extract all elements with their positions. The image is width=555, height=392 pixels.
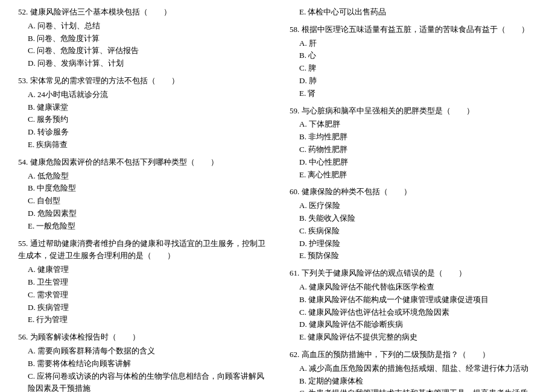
q52-option-d: D. 问卷、发病率计算、计划 (18, 57, 265, 70)
q59-option-b: B. 非均性肥胖 (290, 131, 537, 144)
q62-option-a: A. 减少高血压危险因素的措施包括戒烟、阻盐、经常进行体力活动 (290, 362, 537, 375)
q55-option-c: C. 需求管理 (18, 289, 265, 302)
question-62-title: 62. 高血压的预防措施中，下列的二级预防是指？（ ） (290, 349, 537, 361)
q54-option-d: D. 危险因素型 (18, 207, 265, 220)
q55-option-e: E. 行为管理 (18, 314, 265, 326)
q53-option-b: B. 健康课堂 (18, 101, 265, 114)
question-56-title: 56. 为顾客解读体检报告时（ ） (18, 331, 265, 344)
question-54: 54. 健康危险因素评价的结果不包括下列哪种类型（ ） A. 低危险型 B. 中… (18, 156, 265, 233)
q62-option-c: C. 为患者提供自我管理技术支持和基本管理工具，提高患者生活质量，延长寿命。 (290, 387, 537, 392)
q57-option-e: E. 体检中心可以出售药品 (290, 6, 537, 19)
q59-option-e: E. 离心性肥胖 (290, 169, 537, 182)
q54-option-c: C. 自创型 (18, 195, 265, 207)
q56-option-b: B. 需要将体检结论向顾客讲解 (18, 358, 265, 370)
question-61-title: 61. 下列关于健康风险评估的观点错误的是（ ） (290, 267, 537, 280)
question-52: 52. 健康风险评估三个基本模块包括（ ） A. 问卷、计划、总结 B. 问卷、… (18, 6, 265, 70)
q52-option-a: A. 问卷、计划、总结 (18, 20, 265, 33)
question-60: 60. 健康保险的种类不包括（ ） A. 医疗保险 B. 失能收入保险 C. 疾… (290, 186, 537, 262)
q54-option-b: B. 中度危险型 (18, 182, 265, 195)
q60-option-c: C. 疾病保险 (290, 225, 537, 238)
question-61: 61. 下列关于健康风险评估的观点错误的是（ ） A. 健康风险评估不能代替临床… (290, 267, 537, 344)
question-59-title: 59. 与心脏病和脑卒中呈强相关的肥胖类型是（ ） (290, 105, 537, 118)
q58-option-b: B. 心 (290, 49, 537, 62)
q56-option-c: C. 应将问卷或访谈的内容与体检的生物学信息相结合，向顾客讲解风险因素及干预措施 (18, 370, 265, 392)
q60-option-b: B. 失能收入保险 (290, 212, 537, 225)
q58-option-d: D. 肺 (290, 75, 537, 87)
q52-option-b: B. 问卷、危险度计算 (18, 33, 265, 45)
q55-option-b: B. 卫生管理 (18, 276, 265, 289)
q59-option-c: C. 药物性肥胖 (290, 144, 537, 156)
question-62: 62. 高血压的预防措施中，下列的二级预防是指？（ ） A. 减少高血压危险因素… (290, 349, 537, 392)
question-55-title: 55. 通过帮助健康消费者维护自身的健康和寻找适宜的卫生服务，控制卫生成本，促进… (18, 238, 265, 263)
q58-option-a: A. 肝 (290, 37, 537, 50)
right-column: E. 体检中心可以出售药品 58. 根据中医理论五味适量有益五脏，适量的苦味食品… (278, 6, 537, 392)
q53-option-d: D. 转诊服务 (18, 126, 265, 139)
q61-option-a: A. 健康风险评估不能代替临床医学检查 (290, 281, 537, 294)
q61-option-e: E. 健康风险评估不提供完整的病史 (290, 331, 537, 344)
question-56: 56. 为顾客解读体检报告时（ ） A. 需要向顾客群释清每个数据的含义 B. … (18, 331, 265, 392)
question-52-title: 52. 健康风险评估三个基本模块包括（ ） (18, 6, 265, 19)
q52-option-c: C. 问卷、危险度计算、评估报告 (18, 45, 265, 57)
q59-option-a: A. 下体肥胖 (290, 118, 537, 131)
question-54-title: 54. 健康危险因素评价的结果不包括下列哪种类型（ ） (18, 156, 265, 169)
q58-option-e: E. 肾 (290, 87, 537, 100)
q61-option-b: B. 健康风险评估不能构成一个健康管理或健康促进项目 (290, 294, 537, 306)
left-column: 52. 健康风险评估三个基本模块包括（ ） A. 问卷、计划、总结 B. 问卷、… (18, 6, 278, 392)
question-53: 53. 宋体常见的需求管理的方法不包括（ ） A. 24小时电话就诊分流 B. … (18, 75, 265, 151)
question-60-title: 60. 健康保险的种类不包括（ ） (290, 186, 537, 198)
q60-option-e: E. 预防保险 (290, 250, 537, 262)
question-57-continued: E. 体检中心可以出售药品 (290, 6, 537, 19)
q53-option-a: A. 24小时电话就诊分流 (18, 89, 265, 101)
q53-option-c: C. 服务预约 (18, 113, 265, 126)
q61-option-c: C. 健康风险评估也评估社会或环境危险因素 (290, 306, 537, 319)
q60-option-a: A. 医疗保险 (290, 200, 537, 212)
page-content: 52. 健康风险评估三个基本模块包括（ ） A. 问卷、计划、总结 B. 问卷、… (18, 6, 537, 392)
q56-option-a: A. 需要向顾客群释清每个数据的含义 (18, 345, 265, 358)
q62-option-b: B. 定期的健康体检 (290, 375, 537, 388)
q54-option-e: E. 一般危险型 (18, 220, 265, 233)
question-55: 55. 通过帮助健康消费者维护自身的健康和寻找适宜的卫生服务，控制卫生成本，促进… (18, 238, 265, 327)
q61-option-d: D. 健康风险评估不能诊断疾病 (290, 318, 537, 331)
question-58: 58. 根据中医理论五味适量有益五脏，适量的苦味食品有益于（ ） A. 肝 B.… (290, 24, 537, 100)
q60-option-d: D. 护理保险 (290, 238, 537, 250)
q58-option-c: C. 脾 (290, 62, 537, 75)
q54-option-a: A. 低危险型 (18, 170, 265, 183)
q59-option-d: D. 中心性肥胖 (290, 156, 537, 169)
q55-option-a: A. 健康管理 (18, 264, 265, 276)
question-58-title: 58. 根据中医理论五味适量有益五脏，适量的苦味食品有益于（ ） (290, 24, 537, 36)
page-wrapper: 52. 健康风险评估三个基本模块包括（ ） A. 问卷、计划、总结 B. 问卷、… (18, 6, 537, 392)
q55-option-d: D. 疾病管理 (18, 302, 265, 314)
q53-option-e: E. 疾病筛查 (18, 139, 265, 151)
question-53-title: 53. 宋体常见的需求管理的方法不包括（ ） (18, 75, 265, 87)
question-59: 59. 与心脏病和脑卒中呈强相关的肥胖类型是（ ） A. 下体肥胖 B. 非均性… (290, 105, 537, 182)
